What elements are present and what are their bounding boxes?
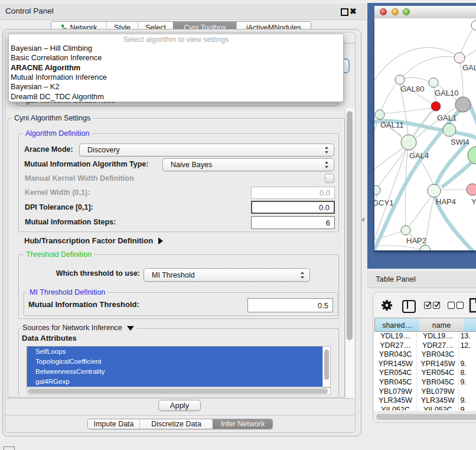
algorithm-option[interactable]: Basic Correlation Inference — [11, 53, 102, 62]
apply-button[interactable]: Apply — [158, 400, 201, 411]
split-pane-icon[interactable] — [402, 300, 416, 313]
kernel-width-input[interactable]: 0.0 — [251, 187, 335, 199]
attributes-horizontal-scrollbar[interactable] — [27, 387, 331, 395]
network-node-gal10[interactable] — [429, 78, 438, 87]
aracne-mode-combobox[interactable]: Discovery — [79, 144, 334, 156]
table-row[interactable]: YER054CYER054C8. — [374, 369, 476, 378]
algorithm-option[interactable]: Dream8 DC_TDC Algorithm — [11, 92, 104, 101]
attributes-hscroll-thumb[interactable] — [28, 389, 328, 394]
column-header-partial[interactable] — [464, 318, 476, 332]
network-node-gal11[interactable] — [375, 110, 384, 119]
algorithm-option[interactable]: Mutual Information Inference — [11, 73, 107, 81]
control-panel-title: Control Panel — [5, 6, 54, 15]
attribute-item[interactable]: SelfLoops — [27, 347, 323, 357]
close-icon[interactable]: ✖ — [350, 7, 357, 16]
deselect-all-checkboxes-icon[interactable] — [448, 302, 464, 309]
sources-expander[interactable]: Sources for Network Inference — [20, 324, 136, 332]
node-label: GAL80 — [400, 84, 424, 93]
table-row[interactable]: YBR045CYBR045C9. — [374, 378, 476, 387]
hub-factor-expander[interactable]: Hub/Transcription Factor Definition — [24, 236, 163, 245]
mi-threshold-input[interactable]: 0.5 — [247, 298, 333, 312]
close-light-red[interactable] — [380, 8, 387, 15]
network-node[interactable] — [468, 146, 476, 164]
table-row[interactable]: YDR27…YDR27…12. — [374, 341, 476, 351]
tab-discretize-data[interactable]: Discretize Data — [139, 419, 213, 429]
hidden-groupbox-edge — [343, 43, 354, 44]
combobox-arrows-icon — [325, 161, 329, 168]
cell-name: YDL19… — [417, 332, 459, 341]
network-node-y[interactable] — [467, 184, 476, 195]
attribute-item[interactable]: TopologicalCoefficient — [27, 357, 323, 367]
attribute-item[interactable]: gal4RGexp — [27, 377, 323, 387]
network-node-gal1[interactable] — [431, 102, 441, 111]
settings-scrollbar[interactable] — [345, 108, 354, 399]
cell-value: 9. — [459, 360, 476, 369]
node-label: GAL1 — [437, 113, 457, 122]
table-panel-title: Table Panel — [376, 275, 416, 283]
network-canvas[interactable]: GALGAL80GAL10GAL1GAL11SWI4GAL4GCY1HAP4YH… — [374, 18, 476, 250]
cyni-bottom-tabbar: Impute DataDiscretize DataInfer Network — [87, 419, 273, 429]
gear-icon[interactable] — [381, 299, 393, 314]
network-node[interactable] — [471, 21, 476, 30]
cell-name: YER054C — [417, 369, 459, 378]
data-attributes-list[interactable]: SelfLoopsTopologicalCoefficientBetweenne… — [27, 346, 324, 389]
algorithm-option[interactable]: Bayesian – Hill Climbing — [11, 44, 92, 53]
network-node-gcy1[interactable] — [374, 185, 380, 195]
select-all-checkboxes-icon[interactable] — [424, 302, 440, 309]
threshold-definition-label: Threshold Definition — [24, 250, 94, 259]
table-row[interactable]: YLR345WYLR345W9. — [374, 396, 476, 406]
network-node-swi4[interactable] — [443, 123, 456, 136]
zoom-light-green[interactable] — [403, 8, 410, 15]
network-edge — [374, 246, 420, 249]
manual-kernel-width-label: Manual Kernel Width Definition — [25, 174, 134, 182]
table-row[interactable]: YIL052CYIL052C9. — [374, 406, 476, 410]
attributes-vscroll-thumb[interactable] — [324, 350, 329, 380]
float-window-icon[interactable] — [341, 8, 348, 16]
cyni-algorithm-settings-label: Cyni Algorithm Settings — [12, 114, 93, 122]
mi-threshold-definition-label: MI Threshold Definition — [27, 288, 107, 296]
which-threshold-combobox[interactable]: MI Threshold — [144, 268, 310, 282]
network-node-gal4[interactable] — [401, 135, 416, 150]
column-header-name[interactable]: name — [419, 318, 464, 332]
network-node[interactable] — [455, 97, 471, 112]
combobox-arrows-icon — [325, 146, 329, 154]
cell-value: 12. — [459, 341, 476, 351]
split-pane-collapse-icon[interactable] — [361, 217, 364, 222]
column-header-shared-name[interactable]: shared… — [374, 318, 420, 332]
attributes-vertical-scrollbar[interactable] — [322, 346, 331, 387]
table-row[interactable]: YDL19…YDL19…13. — [374, 332, 476, 341]
network-node-hap4[interactable] — [428, 184, 441, 197]
node-table-body[interactable]: YDL19…YDL19…13.YDR27…YDR27…12.YBR043CYBR… — [374, 332, 476, 410]
mi-steps-input[interactable]: 6 — [251, 216, 335, 229]
mi-algorithm-type-combobox[interactable]: Naive Bayes — [162, 158, 334, 171]
table-horizontal-scrollbar[interactable] — [374, 412, 476, 421]
table-hscroll-thumb[interactable] — [376, 414, 476, 420]
minimize-light-yellow[interactable] — [392, 8, 399, 15]
application-window: Control Panel ✖ NetworkStyleSelectCyni T… — [0, 0, 476, 450]
tab-infer-network[interactable]: Infer Network — [213, 419, 272, 429]
dpi-tolerance-input[interactable]: 0.0 — [251, 201, 335, 214]
algorithm-definition-label: Algorithm Definition — [23, 129, 92, 138]
tab-impute-data[interactable]: Impute Data — [88, 419, 139, 429]
network-node-gal80[interactable] — [395, 75, 405, 84]
aracne-mode-value: Discovery — [87, 146, 120, 154]
attribute-item[interactable]: BetweennessCentrality — [27, 367, 323, 377]
network-node-gal[interactable] — [454, 53, 465, 63]
mi-algorithm-type-value: Naive Bayes — [171, 161, 212, 169]
document-icon[interactable] — [469, 298, 476, 315]
mi-algorithm-type-label: Mutual Information Algorithm Type: — [24, 160, 148, 168]
table-row[interactable]: YPR145WYPR145W9. — [374, 360, 476, 369]
network-edge — [382, 83, 396, 110]
manual-kernel-width-checkbox[interactable] — [325, 174, 334, 183]
network-edge — [374, 148, 403, 176]
table-row[interactable]: YBL079WYBL079W — [374, 387, 476, 397]
algorithm-option[interactable]: ARACNE Algorithm — [11, 63, 80, 72]
settings-scrollbar-thumb[interactable] — [347, 111, 353, 340]
cell-name: YIL052C — [417, 406, 459, 410]
network-window-titlebar[interactable] — [374, 6, 476, 19]
algorithm-option[interactable]: Bayesian – K2 — [11, 82, 60, 91]
combobox-arrows-icon — [301, 272, 305, 279]
cell-name: YDR27… — [417, 341, 459, 351]
table-row[interactable]: YBR043CYBR043C — [374, 350, 476, 360]
network-node-hap2[interactable] — [401, 226, 410, 235]
